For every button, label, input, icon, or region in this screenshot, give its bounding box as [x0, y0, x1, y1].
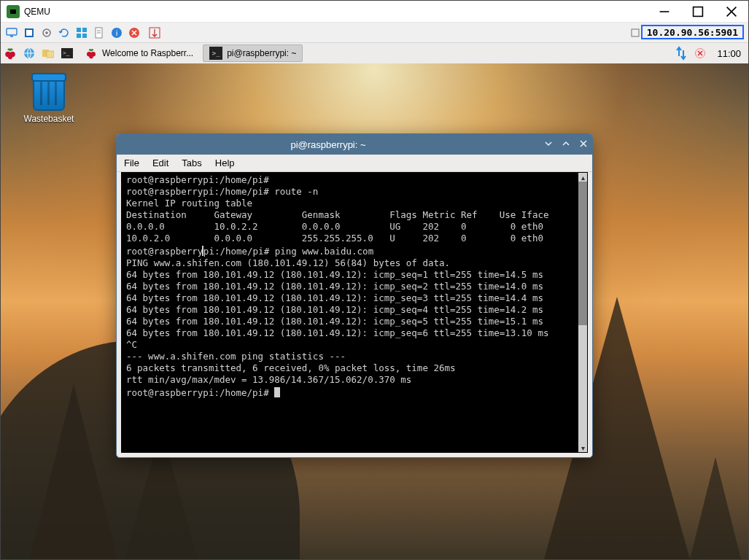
- svg-rect-0: [694, 7, 703, 16]
- scroll-up-icon[interactable]: ▴: [578, 173, 587, 182]
- task-welcome[interactable]: Welcome to Raspberr...: [78, 44, 200, 62]
- svg-text:>_: >_: [63, 50, 70, 56]
- stop-icon[interactable]: [128, 26, 141, 39]
- file-manager-icon[interactable]: [39, 44, 58, 63]
- transfer-icon[interactable]: [148, 26, 161, 39]
- disconnect-icon[interactable]: [691, 44, 710, 63]
- window-title: QEMU: [24, 7, 50, 17]
- scroll-down-icon[interactable]: ▾: [578, 443, 587, 452]
- network-icon[interactable]: [672, 44, 691, 63]
- terminal-close-button[interactable]: [575, 139, 592, 150]
- qemu-window: QEMU i 10.20.90.56:5901: [0, 0, 749, 560]
- svg-rect-7: [82, 28, 87, 32]
- close-button[interactable]: [715, 1, 748, 23]
- terminal-body[interactable]: root@raspberrypi:/home/pi# root@raspberr…: [121, 172, 588, 453]
- qemu-toolbar: i 10.20.90.56:5901: [1, 23, 748, 43]
- wastebasket-label: Wastebasket: [20, 114, 78, 124]
- terminal-launcher-icon[interactable]: >_: [58, 44, 77, 63]
- terminal-title: pi@raspberrypi: ~: [117, 139, 540, 150]
- svg-rect-21: [47, 51, 54, 58]
- wastebasket-icon[interactable]: Wastebasket: [20, 76, 78, 124]
- terminal-icon: >_: [209, 47, 222, 60]
- terminal-titlebar[interactable]: pi@raspberrypi: ~: [117, 134, 592, 155]
- svg-rect-1: [7, 28, 17, 35]
- web-browser-icon[interactable]: [20, 44, 39, 63]
- windows-key-icon[interactable]: [75, 26, 88, 39]
- trash-icon: [33, 76, 65, 111]
- square-icon[interactable]: [629, 26, 642, 39]
- terminal-maximize-button[interactable]: [557, 139, 575, 150]
- terminal-window[interactable]: pi@raspberrypi: ~ File Edit Tabs Help ro…: [116, 133, 593, 458]
- svg-rect-15: [632, 29, 639, 36]
- menu-edit[interactable]: Edit: [152, 158, 168, 168]
- svg-point-26: [89, 55, 93, 58]
- svg-point-5: [45, 31, 48, 34]
- refresh-icon[interactable]: [58, 26, 71, 39]
- task-terminal[interactable]: >_ pi@raspberrypi: ~: [203, 44, 303, 62]
- raspberry-icon: [85, 47, 98, 60]
- terminal-output[interactable]: root@raspberrypi:/home/pi# root@raspberr…: [125, 173, 578, 452]
- gear-icon[interactable]: [40, 26, 53, 39]
- task-label: pi@raspberrypi: ~: [227, 48, 296, 58]
- minimize-button[interactable]: [648, 1, 681, 23]
- terminal-scrollbar[interactable]: ▴ ▾: [578, 173, 587, 452]
- qemu-icon: [7, 5, 20, 18]
- terminal-minimize-button[interactable]: [540, 139, 557, 150]
- maximize-button[interactable]: [681, 1, 715, 23]
- svg-rect-8: [77, 34, 81, 38]
- svg-point-18: [8, 55, 12, 59]
- document-icon[interactable]: [93, 26, 106, 39]
- ip-address-box[interactable]: 10.20.90.56:5901: [641, 25, 744, 39]
- svg-rect-3: [26, 30, 32, 36]
- rpi-panel: >_ Welcome to Raspberr... >_ pi@raspberr…: [1, 43, 748, 63]
- svg-rect-9: [82, 34, 87, 38]
- scrollbar-track[interactable]: [578, 182, 587, 443]
- svg-rect-6: [77, 28, 81, 32]
- terminal-menubar: File Edit Tabs Help: [117, 155, 592, 172]
- svg-text:i: i: [116, 29, 117, 37]
- guest-viewport[interactable]: >_ Welcome to Raspberr... >_ pi@raspberr…: [1, 43, 748, 559]
- menu-help[interactable]: Help: [215, 158, 235, 168]
- scrollbar-thumb[interactable]: [578, 182, 587, 325]
- menu-tabs[interactable]: Tabs: [182, 158, 201, 168]
- task-label: Welcome to Raspberr...: [102, 48, 193, 58]
- info-icon[interactable]: i: [110, 26, 123, 39]
- fullscreen-icon[interactable]: [23, 26, 36, 39]
- window-titlebar[interactable]: QEMU: [1, 1, 748, 23]
- panel-clock[interactable]: 11:00: [710, 48, 748, 59]
- monitor-icon[interactable]: [5, 26, 18, 39]
- start-menu-icon[interactable]: [1, 44, 20, 63]
- menu-file[interactable]: File: [124, 158, 139, 168]
